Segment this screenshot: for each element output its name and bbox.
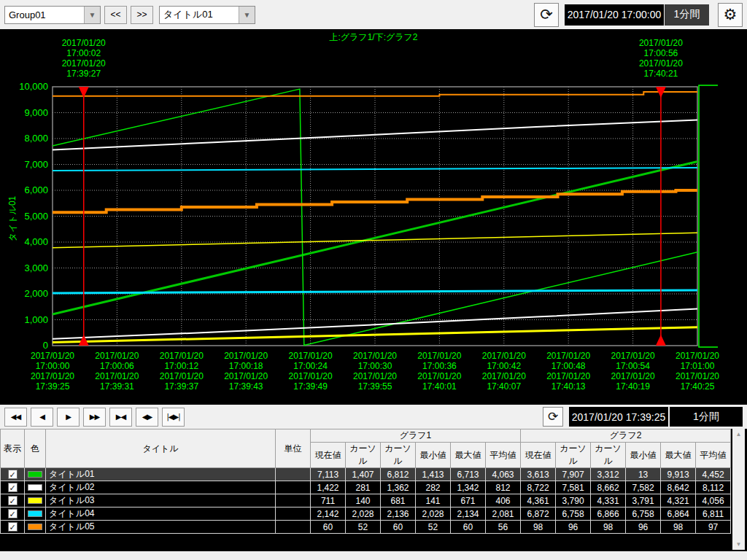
x-axis-tick-label: 2017/01/20 17:00:12 2017/01/20 17:39:37 <box>148 351 215 392</box>
color-cell <box>25 521 46 534</box>
visibility-cell[interactable]: ✓ <box>1 508 25 521</box>
value-cell: 1,407 <box>346 468 381 481</box>
group-select[interactable]: Group01 ▼ <box>4 6 101 24</box>
value-cell: 2,028 <box>346 508 381 521</box>
series-title-cell: タイトル04 <box>46 508 276 521</box>
value-cell: 7,907 <box>556 468 591 481</box>
cursor-bottom-marker-1 <box>79 335 89 346</box>
playback-toolbar: ◀◀◀▶▶▶▶◀◀▶|◀▶| ⟳ 2017/01/20 17:39:25 1分間 <box>0 405 747 429</box>
x-axis-tick-label: 2017/01/20 17:00:54 2017/01/20 17:40:19 <box>600 351 667 392</box>
y-axis-tick-label: 2,000 <box>0 288 48 299</box>
visibility-cell[interactable]: ✓ <box>1 521 25 534</box>
value-cell: 98 <box>661 521 696 534</box>
series-color-swatch <box>28 510 42 517</box>
cursor-time-display: 2017/01/20 17:39:25 <box>569 407 668 427</box>
refresh-button-bottom[interactable]: ⟳ <box>543 407 563 427</box>
base-time-display: 2017/01/20 17:00:00 <box>565 4 664 26</box>
trend-chart: 上:グラフ1/下:グラフ2 タイトル01 10,0009,0008,0007,0… <box>0 29 747 405</box>
y-axis-tick-label: 10,000 <box>0 81 48 92</box>
visibility-checkbox[interactable]: ✓ <box>8 509 18 518</box>
y-axis-tick-label: 7,000 <box>0 159 48 170</box>
x-axis-tick-label: 2017/01/20 17:00:00 2017/01/20 17:39:25 <box>19 351 86 392</box>
x-axis-tick-label: 2017/01/20 17:00:30 2017/01/20 17:39:55 <box>341 351 409 392</box>
step-back-button[interactable]: ◀ <box>31 408 53 427</box>
x-axis-tick-label: 2017/01/20 17:00:48 2017/01/20 17:40:13 <box>535 351 602 392</box>
expand-time-button[interactable]: ◀▶ <box>136 408 158 427</box>
interval-button-bottom[interactable]: 1分間 <box>668 407 743 427</box>
value-cell: 7,582 <box>626 481 661 494</box>
subcolumn-header-g1-0: 現在値 <box>311 443 346 468</box>
chevron-down-icon[interactable]: ▼ <box>84 7 100 23</box>
chevron-down-icon[interactable]: ▼ <box>239 7 255 23</box>
bottom-strip <box>0 551 747 560</box>
value-cell: 56 <box>486 521 521 534</box>
value-cell: 7,581 <box>556 481 591 494</box>
visibility-cell[interactable]: ✓ <box>1 468 25 481</box>
table-row[interactable]: ✓タイトル021,4222811,3622821,3428128,7227,58… <box>1 481 731 494</box>
unit-cell <box>276 494 311 508</box>
visibility-checkbox[interactable]: ✓ <box>8 522 18 532</box>
column-header-unit: 単位 <box>276 429 311 468</box>
column-header-color: 色 <box>25 429 46 468</box>
value-cell: 4,056 <box>696 494 731 508</box>
chart-canvas[interactable] <box>0 29 747 405</box>
group-header-graph2: グラフ2 <box>521 429 731 443</box>
visibility-checkbox[interactable]: ✓ <box>8 496 18 505</box>
visibility-checkbox[interactable]: ✓ <box>8 483 18 492</box>
subcolumn-header-g1-3: 最小値 <box>416 443 451 468</box>
value-cell: 3,791 <box>626 494 661 508</box>
table-row[interactable]: ✓タイトル037111406811416714064,3613,7904,331… <box>1 494 731 508</box>
interval-button[interactable]: 1分間 <box>664 4 709 26</box>
value-cell: 6,812 <box>381 468 416 481</box>
visibility-checkbox[interactable]: ✓ <box>8 470 18 479</box>
subcolumn-header-g2-4: 最大値 <box>661 443 696 468</box>
value-cell: 6,811 <box>696 508 731 521</box>
refresh-button[interactable]: ⟳ <box>534 3 559 27</box>
value-cell: 4,063 <box>486 468 521 481</box>
value-cell: 4,361 <box>521 494 556 508</box>
value-cell: 2,142 <box>311 508 346 521</box>
step-forward-button[interactable]: ▶ <box>57 408 80 427</box>
column-header-display: 表示 <box>1 429 25 468</box>
compress-time-button[interactable]: ▶◀ <box>109 408 132 427</box>
title-select[interactable]: タイトル01 ▼ <box>159 6 255 24</box>
title-select-value: タイトル01 <box>160 8 239 21</box>
prev-button[interactable]: << <box>104 6 127 24</box>
cursor-bottom-marker-2 <box>656 335 666 346</box>
value-cell: 52 <box>346 521 381 534</box>
column-header-title: タイトル <box>46 429 276 468</box>
next-button[interactable]: >> <box>131 6 153 24</box>
series-line-タイトル03-グラフ2 <box>53 233 697 248</box>
value-cell: 671 <box>451 494 486 508</box>
value-cell: 6,866 <box>591 508 626 521</box>
rewind-fast-button[interactable]: ◀◀ <box>4 408 27 427</box>
subcolumn-header-g1-2: カーソル <box>381 443 416 468</box>
value-cell: 6,758 <box>556 508 591 521</box>
group-select-value: Group01 <box>5 9 84 20</box>
visibility-cell[interactable]: ✓ <box>1 481 25 494</box>
value-cell: 13 <box>626 468 661 481</box>
x-axis-tick-label: 2017/01/20 17:00:24 2017/01/20 17:39:49 <box>277 351 344 392</box>
color-cell <box>25 508 46 521</box>
table-scrollbar[interactable]: ▲ ▼ <box>732 429 745 550</box>
scroll-down-icon[interactable]: ▼ <box>736 541 742 548</box>
value-cell: 98 <box>591 521 626 534</box>
cursor-timestamp-label-2: 2017/01/20 17:00:56 2017/01/20 17:40:21 <box>623 38 699 79</box>
value-cell: 1,362 <box>381 481 416 494</box>
value-cell: 6,864 <box>661 508 696 521</box>
scroll-up-icon[interactable]: ▲ <box>736 431 742 438</box>
jump-ends-button[interactable]: |◀▶| <box>162 408 185 427</box>
value-cell: 3,613 <box>521 468 556 481</box>
visibility-cell[interactable]: ✓ <box>1 494 25 508</box>
settings-button[interactable]: ⚙ <box>718 3 743 27</box>
table-row[interactable]: ✓タイトル05605260526056989698969897 <box>1 521 731 534</box>
table-row[interactable]: ✓タイトル017,1131,4076,8121,4136,7134,0633,6… <box>1 468 731 481</box>
forward-fast-button[interactable]: ▶▶ <box>83 408 106 427</box>
value-cell: 1,342 <box>451 481 486 494</box>
table-row[interactable]: ✓タイトル042,1422,0282,1362,0282,1342,0816,8… <box>1 508 731 521</box>
color-cell <box>25 468 46 481</box>
series-color-swatch <box>28 484 42 491</box>
group-header-graph1: グラフ1 <box>311 429 521 443</box>
value-cell: 97 <box>696 521 731 534</box>
x-axis-tick-label: 2017/01/20 17:00:42 2017/01/20 17:40:07 <box>471 351 538 392</box>
